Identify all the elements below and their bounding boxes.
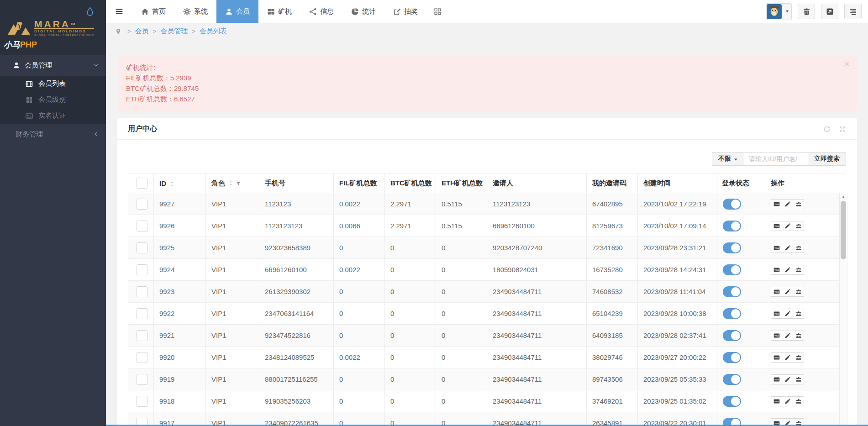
card-action-button[interactable]: VISA: [771, 265, 782, 275]
credit-card-icon: VISA: [773, 332, 780, 339]
col-eth: ETH矿机总数: [436, 174, 487, 193]
list-button[interactable]: [844, 4, 862, 19]
select-all-checkbox[interactable]: [137, 178, 147, 189]
breadcrumb-link[interactable]: 会员列表: [200, 27, 227, 35]
team-action-button[interactable]: [793, 374, 804, 384]
sidebar-item-finance-management[interactable]: 财务管理: [0, 124, 106, 145]
scroll-up-arrow[interactable]: ▲: [840, 193, 847, 200]
col-id[interactable]: ID: [154, 174, 206, 193]
cell-actions: VISA: [765, 215, 846, 237]
card-action-button[interactable]: VISA: [771, 243, 782, 253]
login-status-toggle[interactable]: [723, 242, 741, 253]
login-status-toggle[interactable]: [723, 264, 741, 275]
login-status-toggle[interactable]: [723, 330, 741, 341]
search-input[interactable]: [744, 152, 808, 166]
row-checkbox[interactable]: [137, 330, 147, 341]
col-role[interactable]: 角色: [206, 174, 259, 193]
sidebar-item-member-level[interactable]: 会员级别: [0, 92, 106, 108]
cell-phone: 23409072261635: [259, 412, 334, 426]
edit-action-button[interactable]: [782, 374, 793, 384]
edit-action-button[interactable]: [782, 221, 793, 231]
sidebar-item-real-name-auth[interactable]: 实名认证: [0, 108, 106, 124]
svg-text:VISA: VISA: [774, 203, 779, 205]
login-status-toggle[interactable]: [723, 221, 741, 231]
close-icon[interactable]: ×: [844, 59, 850, 68]
card-action-button[interactable]: VISA: [771, 374, 782, 384]
topbar-item-write[interactable]: 抽奖: [384, 0, 426, 23]
edit-action-button[interactable]: [782, 352, 793, 363]
edit-action-button[interactable]: [782, 199, 793, 209]
cell-eth: 0: [436, 303, 487, 325]
row-checkbox[interactable]: [137, 221, 147, 231]
card-action-button[interactable]: VISA: [771, 309, 782, 319]
edit-action-button[interactable]: [782, 287, 793, 297]
row-checkbox[interactable]: [137, 396, 147, 407]
topbar-item-gear[interactable]: 系统: [174, 0, 216, 23]
refresh-icon[interactable]: [823, 125, 831, 133]
export-button[interactable]: [821, 4, 838, 19]
topbar-item-apps[interactable]: [426, 0, 449, 23]
card-action-button[interactable]: VISA: [771, 221, 782, 231]
table-body: 9927VIP111231230.00222.29710.51151123123…: [128, 193, 846, 426]
team-action-button[interactable]: [793, 309, 804, 319]
sort-icon[interactable]: [169, 181, 175, 187]
row-checkbox[interactable]: [137, 242, 147, 253]
cell-fil: 0: [334, 237, 385, 259]
breadcrumb-link[interactable]: 会员: [135, 27, 149, 35]
sidebar-item-member-list[interactable]: 会员列表: [0, 76, 106, 92]
filter-icon[interactable]: [236, 181, 241, 186]
card-action-button[interactable]: VISA: [771, 199, 782, 209]
vertical-scrollbar[interactable]: ▲: [839, 193, 847, 426]
login-status-toggle[interactable]: [723, 396, 741, 407]
sidebar-item-member-management[interactable]: 会员管理: [0, 55, 106, 76]
hamburger-menu-icon[interactable]: [106, 0, 132, 23]
col-checkbox[interactable]: [128, 174, 154, 193]
sort-icon[interactable]: [228, 180, 234, 186]
row-checkbox[interactable]: [137, 286, 147, 297]
login-status-toggle[interactable]: [723, 286, 741, 297]
row-checkbox[interactable]: [137, 374, 147, 385]
topbar-item-home[interactable]: 首页: [132, 0, 174, 23]
topbar-item-pie[interactable]: 统计: [342, 0, 384, 23]
topbar-item-member[interactable]: 会员: [216, 0, 258, 23]
team-action-button[interactable]: [793, 396, 804, 406]
team-action-button[interactable]: [793, 243, 804, 253]
card-action-button[interactable]: VISA: [771, 396, 782, 406]
breadcrumb-link[interactable]: 会员管理: [160, 27, 188, 35]
team-action-button[interactable]: [793, 199, 804, 209]
cell-phone: 1123123: [259, 193, 334, 215]
cell-checkbox: [128, 303, 154, 325]
edit-action-button[interactable]: [782, 243, 793, 253]
team-action-button[interactable]: [793, 331, 804, 341]
search-button[interactable]: 立即搜索: [808, 152, 846, 166]
user-center-card: 用户中心 不限 立即搜索: [117, 118, 857, 426]
row-checkbox[interactable]: [137, 199, 147, 210]
row-checkbox[interactable]: [137, 352, 147, 363]
cell-actions: VISA: [765, 237, 846, 259]
edit-action-button[interactable]: [782, 309, 793, 319]
user-avatar-menu[interactable]: [766, 3, 792, 20]
card-action-button[interactable]: VISA: [771, 331, 782, 341]
edit-action-button[interactable]: [782, 331, 793, 341]
card-action-button[interactable]: VISA: [771, 287, 782, 297]
row-checkbox[interactable]: [137, 308, 147, 319]
card-action-button[interactable]: VISA: [771, 352, 782, 363]
trash-button[interactable]: [798, 4, 815, 19]
login-status-toggle[interactable]: [723, 199, 741, 210]
team-action-button[interactable]: [793, 287, 804, 297]
topbar-item-share[interactable]: 信息: [300, 0, 342, 23]
team-action-button[interactable]: [793, 221, 804, 231]
login-status-toggle[interactable]: [723, 352, 741, 363]
topbar-item-miner[interactable]: 矿机: [258, 0, 300, 23]
breadcrumb-separator: >: [192, 28, 195, 35]
edit-action-button[interactable]: [782, 265, 793, 275]
team-action-button[interactable]: [793, 352, 804, 363]
scrollbar-thumb[interactable]: [841, 201, 846, 259]
fullscreen-icon[interactable]: [839, 125, 846, 133]
filter-dropdown[interactable]: 不限: [712, 152, 744, 166]
edit-action-button[interactable]: [782, 396, 793, 406]
login-status-toggle[interactable]: [723, 374, 741, 385]
login-status-toggle[interactable]: [723, 308, 741, 319]
row-checkbox[interactable]: [137, 264, 147, 275]
team-action-button[interactable]: [793, 265, 804, 275]
